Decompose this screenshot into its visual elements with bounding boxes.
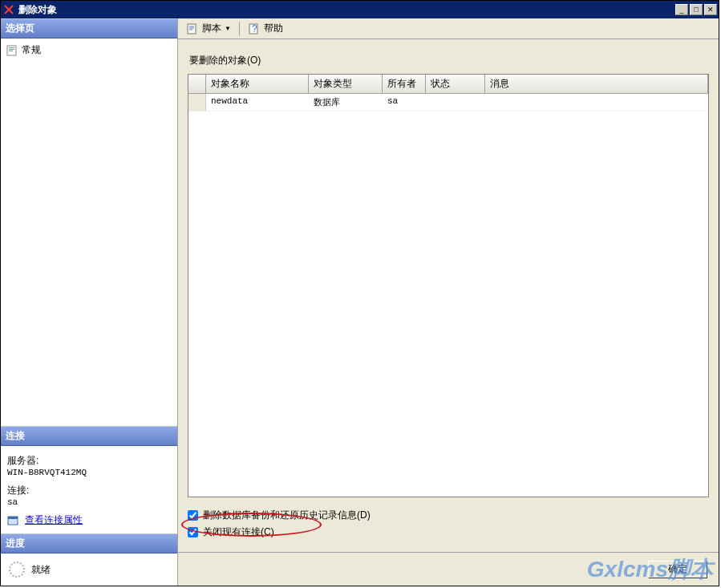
app-x-icon: [2, 3, 15, 16]
script-label: 脚本: [202, 22, 221, 35]
svg-rect-5: [9, 51, 13, 51]
svg-rect-7: [8, 517, 18, 519]
help-button[interactable]: ? 帮助: [245, 20, 286, 37]
grid-body[interactable]: newdata 数据库 sa: [188, 94, 708, 497]
cell-name: newdata: [206, 94, 309, 111]
column-name[interactable]: 对象名称: [206, 75, 309, 93]
content-split: 选择页 常规 连接 服务器: WIN-B8RVQT412MQ 连接: sa: [1, 18, 719, 586]
delete-backup-history-checkbox[interactable]: [188, 510, 198, 521]
toolbar-separator: [239, 22, 240, 36]
server-label: 服务器:: [7, 454, 171, 468]
svg-rect-8: [188, 24, 196, 34]
row-selector[interactable]: [188, 94, 206, 111]
close-existing-connections-check[interactable]: 关闭现有连接(C): [188, 525, 709, 539]
svg-rect-4: [9, 49, 14, 50]
dialog-footer: 确定: [178, 552, 719, 586]
objects-grid: 对象名称 对象类型 所有者 状态 消息 newdata 数据库 sa: [188, 74, 709, 497]
conn-value: sa: [7, 497, 171, 507]
delete-backup-history-label: 删除数据库备份和还原历史记录信息(D): [203, 509, 371, 522]
sidebar-item-general[interactable]: 常规: [6, 42, 172, 59]
dialog-window: 删除对象 _ □ ✕ 选择页 常规 连接 服务器: WIN-B8RVQT412M…: [0, 0, 719, 586]
delete-backup-history-check[interactable]: 删除数据库备份和还原历史记录信息(D): [188, 509, 709, 522]
select-page-body: 常规: [1, 39, 177, 426]
close-existing-connections-label: 关闭现有连接(C): [203, 525, 274, 539]
help-icon: ?: [248, 22, 261, 35]
left-sidebar: 选择页 常规 连接 服务器: WIN-B8RVQT412MQ 连接: sa: [1, 18, 178, 586]
cell-type: 数据库: [309, 94, 383, 111]
minimize-button[interactable]: _: [675, 4, 688, 15]
column-message[interactable]: 消息: [485, 75, 708, 93]
select-page-header: 选择页: [1, 18, 177, 39]
toolbar: 脚本 ▼ ? 帮助: [178, 18, 719, 39]
objects-label: 要删除的对象(O): [189, 54, 709, 67]
cell-status: [426, 94, 485, 111]
options-checks: 删除数据库备份和还原历史记录信息(D) 关闭现有连接(C): [188, 505, 709, 542]
progress-status: 就绪: [31, 563, 51, 577]
ok-button[interactable]: 确定: [648, 561, 707, 578]
column-selector[interactable]: [188, 75, 206, 93]
svg-rect-3: [9, 47, 14, 48]
spinner-icon: [9, 562, 25, 578]
sidebar-item-label: 常规: [22, 43, 41, 57]
table-row[interactable]: newdata 数据库 sa: [188, 94, 708, 112]
progress-header: 进度: [1, 533, 177, 554]
close-existing-connections-checkbox[interactable]: [188, 527, 198, 537]
window-title: 删除对象: [18, 3, 675, 17]
properties-icon: [7, 514, 20, 527]
column-type[interactable]: 对象类型: [309, 75, 383, 93]
script-icon: [186, 22, 199, 35]
chevron-down-icon: ▼: [225, 25, 231, 32]
titlebar[interactable]: 删除对象 _ □ ✕: [1, 1, 719, 18]
column-owner[interactable]: 所有者: [383, 75, 426, 93]
view-connection-properties[interactable]: 查看连接属性: [7, 513, 171, 527]
progress-body: 就绪: [1, 554, 177, 586]
connection-body: 服务器: WIN-B8RVQT412MQ 连接: sa 查看连接属性: [1, 446, 177, 533]
connection-header: 连接: [1, 426, 177, 446]
cell-message: [485, 94, 708, 111]
column-status[interactable]: 状态: [426, 75, 485, 93]
grid-header: 对象名称 对象类型 所有者 状态 消息: [188, 75, 708, 94]
help-label: 帮助: [264, 22, 283, 35]
svg-text:?: ?: [252, 23, 257, 34]
cell-owner: sa: [383, 94, 426, 111]
window-controls: _ □ ✕: [675, 4, 717, 15]
main-content: 要删除的对象(O) 对象名称 对象类型 所有者 状态 消息 newdata: [178, 39, 719, 552]
page-icon: [6, 44, 18, 57]
close-button[interactable]: ✕: [704, 4, 717, 15]
view-connection-link[interactable]: 查看连接属性: [25, 513, 83, 527]
right-pane: 脚本 ▼ ? 帮助 要删除的对象(O) 对象名称 对象类型: [178, 18, 719, 586]
maximize-button[interactable]: □: [690, 4, 703, 15]
conn-label: 连接:: [7, 484, 171, 497]
server-value: WIN-B8RVQT412MQ: [7, 468, 171, 477]
script-button[interactable]: 脚本 ▼: [183, 20, 234, 37]
